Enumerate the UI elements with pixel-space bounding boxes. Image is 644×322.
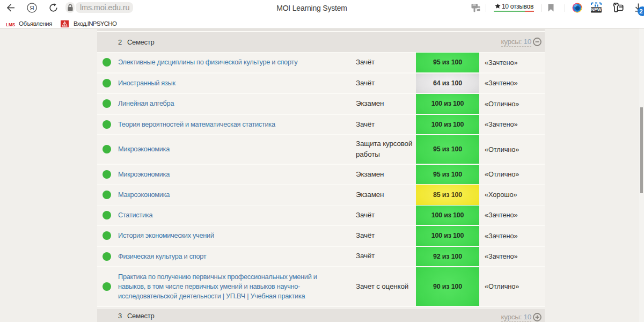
svg-text:Я: Я: [30, 5, 34, 11]
svg-text:NEW: NEW: [591, 8, 601, 12]
